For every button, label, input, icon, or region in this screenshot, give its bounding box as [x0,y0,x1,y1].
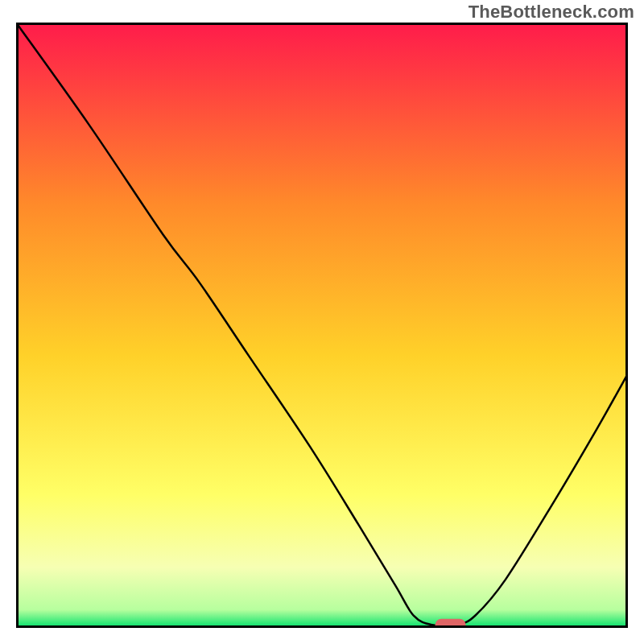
gradient-background [16,23,628,628]
watermark-text: TheBottleneck.com [469,2,634,23]
plot-area [16,23,628,628]
chart-svg [16,23,628,628]
chart-container: TheBottleneck.com [0,0,644,644]
